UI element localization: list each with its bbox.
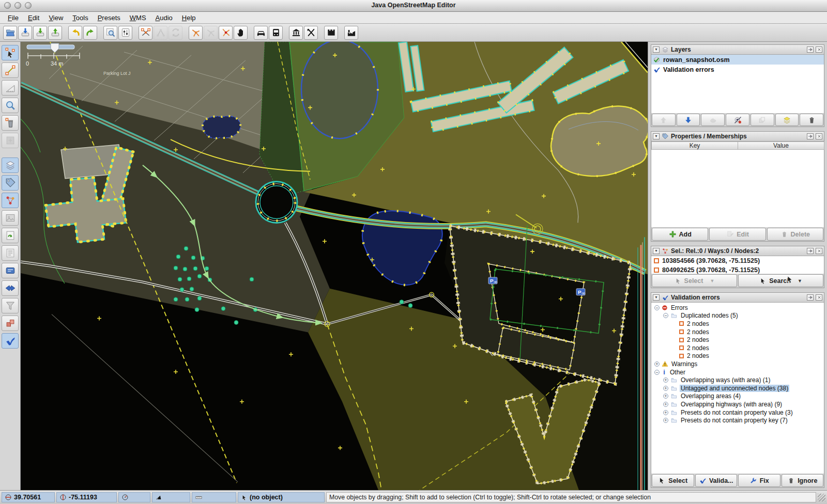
menu-presets[interactable]: Presets bbox=[93, 12, 125, 23]
add-property-button[interactable]: Add bbox=[652, 228, 708, 241]
redo-button[interactable] bbox=[83, 26, 97, 40]
preset-public-transport-button[interactable] bbox=[269, 26, 283, 40]
map-canvas[interactable]: P P bbox=[21, 42, 648, 490]
key-column-header[interactable]: Key bbox=[651, 141, 738, 150]
map-paint-dialog-button[interactable] bbox=[2, 210, 19, 226]
search-button[interactable] bbox=[103, 26, 117, 40]
validation-tree-row[interactable]: +Untagged and unconnected nodes (38) bbox=[652, 384, 824, 392]
validation-tree-row[interactable]: −iOther bbox=[652, 368, 824, 376]
menu-file[interactable]: File bbox=[3, 12, 23, 23]
expand-handle[interactable]: + bbox=[663, 402, 668, 407]
menu-wms[interactable]: WMS bbox=[125, 12, 151, 23]
command-stack-dialog-button[interactable] bbox=[2, 228, 19, 243]
selected-node-row[interactable]: 804992625 (39.70628, -75.11525) bbox=[651, 265, 824, 274]
layers-pin-button[interactable] bbox=[807, 46, 814, 53]
layers-collapse-button[interactable]: ▾ bbox=[653, 46, 660, 53]
toggle-layer-visibility-button[interactable] bbox=[726, 114, 749, 126]
undo-button[interactable] bbox=[68, 26, 82, 40]
selection-close-button[interactable] bbox=[816, 248, 822, 254]
validator-dialog-button[interactable] bbox=[2, 333, 19, 349]
validation-tree-row[interactable]: +Overlapping ways (with area) (1) bbox=[652, 376, 824, 384]
unglue-ways-button[interactable] bbox=[189, 26, 203, 40]
validation-tree-row[interactable]: +Presets do not contain property value (… bbox=[652, 408, 824, 417]
collapse-handle[interactable]: − bbox=[663, 313, 668, 318]
expand-handle[interactable]: + bbox=[663, 418, 668, 423]
validation-tree-row[interactable]: +Presets do not contain property key (7) bbox=[652, 416, 824, 424]
user-list-dialog-button[interactable] bbox=[2, 245, 19, 261]
selection-select-button[interactable]: Select▼ bbox=[652, 274, 737, 287]
properties-close-button[interactable] bbox=[816, 133, 822, 139]
properties-pin-button[interactable] bbox=[807, 133, 814, 139]
validation-fix-button[interactable]: Fix bbox=[738, 474, 780, 487]
expand-handle[interactable]: + bbox=[663, 377, 668, 383]
properties-table[interactable] bbox=[651, 150, 824, 227]
preferences-button[interactable] bbox=[118, 26, 132, 40]
validation-tree-row[interactable]: 2 nodes bbox=[652, 320, 824, 328]
layer-row[interactable]: rowan_snapshot.osm bbox=[651, 55, 824, 65]
validation-pin-button[interactable] bbox=[807, 294, 814, 301]
validation-tree-row[interactable]: +Overlapping areas (4) bbox=[652, 392, 824, 401]
split-way-button[interactable] bbox=[139, 26, 152, 40]
filter-dialog-button[interactable] bbox=[2, 298, 19, 313]
preset-restaurant-button[interactable] bbox=[304, 26, 318, 40]
validation-select-button[interactable]: Select bbox=[652, 474, 694, 487]
selection-pin-button[interactable] bbox=[807, 248, 814, 254]
selected-node-row[interactable]: 103854566 (39.70628, -75.11525) bbox=[651, 256, 824, 265]
close-window-button[interactable] bbox=[4, 2, 11, 9]
preset-works-button[interactable] bbox=[344, 26, 358, 40]
draw-node-mode-button[interactable] bbox=[2, 62, 19, 78]
validation-tree-row[interactable]: 2 nodes bbox=[652, 344, 824, 352]
zoom-window-button[interactable] bbox=[25, 2, 32, 9]
validation-tree-row[interactable]: −Errors bbox=[652, 304, 824, 312]
expand-handle[interactable]: + bbox=[663, 386, 668, 391]
validation-close-button[interactable] bbox=[816, 294, 822, 301]
validation-tree-row[interactable]: +Overlapping highways (with area) (9) bbox=[652, 400, 824, 408]
layers-close-button[interactable] bbox=[816, 46, 822, 53]
conflicts-dialog-button[interactable] bbox=[2, 280, 19, 296]
collapse-handle[interactable]: − bbox=[654, 305, 660, 310]
validation-collapse-button[interactable]: ▾ bbox=[653, 294, 660, 301]
layer-row[interactable]: Validation errors bbox=[651, 65, 824, 74]
preset-car-button[interactable] bbox=[254, 26, 268, 40]
changesets-dialog-button[interactable] bbox=[2, 316, 19, 331]
properties-collapse-button[interactable]: ▾ bbox=[653, 133, 660, 139]
validation-tree-row[interactable]: +Warnings bbox=[652, 360, 824, 368]
menu-audio[interactable]: Audio bbox=[151, 12, 177, 23]
validation-ignore-button[interactable]: Ignore bbox=[782, 474, 824, 487]
save-button[interactable] bbox=[18, 26, 32, 40]
authors-dialog-button[interactable] bbox=[2, 263, 19, 278]
validation-tree-row[interactable]: 2 nodes bbox=[652, 328, 824, 336]
select-mode-button[interactable] bbox=[2, 45, 19, 60]
validation-tree-row[interactable]: −Duplicated nodes (5) bbox=[652, 312, 824, 320]
value-column-header[interactable]: Value bbox=[738, 141, 824, 150]
selection-dialog-button[interactable] bbox=[2, 193, 19, 208]
delete-layer-button[interactable] bbox=[800, 114, 823, 126]
preset-castle-button[interactable] bbox=[324, 26, 338, 40]
menu-tools[interactable]: Tools bbox=[68, 12, 93, 23]
move-mode-button[interactable] bbox=[234, 26, 248, 40]
zoom-mode-button[interactable] bbox=[2, 98, 19, 113]
validation-tree-row[interactable]: 2 nodes bbox=[652, 352, 824, 360]
expand-handle[interactable]: + bbox=[654, 361, 660, 367]
preset-museum-button[interactable] bbox=[289, 26, 303, 40]
resize-grip[interactable] bbox=[818, 494, 825, 501]
open-button[interactable] bbox=[3, 26, 17, 40]
download-button[interactable] bbox=[33, 26, 47, 40]
delete-mode-button[interactable] bbox=[2, 115, 19, 131]
properties-dialog-button[interactable] bbox=[2, 175, 19, 191]
measure-mode-button[interactable] bbox=[2, 80, 19, 96]
move-layer-down-button[interactable] bbox=[677, 114, 700, 126]
collapse-handle[interactable]: − bbox=[654, 370, 660, 375]
selection-search-button[interactable]: Search▼ bbox=[738, 274, 823, 287]
expand-handle[interactable]: + bbox=[663, 393, 668, 399]
layer-list-button[interactable] bbox=[775, 114, 799, 126]
expand-handle[interactable]: + bbox=[663, 410, 668, 415]
selection-collapse-button[interactable]: ▾ bbox=[653, 248, 660, 254]
validation-tree-row[interactable]: 2 nodes bbox=[652, 336, 824, 344]
menu-view[interactable]: View bbox=[44, 12, 68, 23]
menu-help[interactable]: Help bbox=[177, 12, 201, 23]
minimize-window-button[interactable] bbox=[14, 2, 21, 9]
distribute-nodes-button[interactable] bbox=[219, 26, 233, 40]
layers-dialog-button[interactable] bbox=[2, 158, 19, 173]
validation-validate-button[interactable]: Valida... bbox=[695, 474, 738, 487]
